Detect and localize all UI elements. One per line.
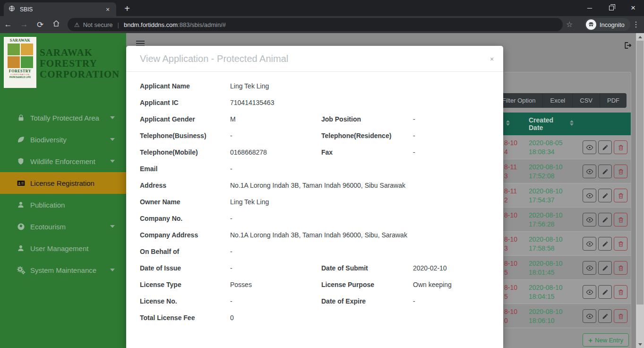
- new-entry-button[interactable]: + New Entry: [583, 333, 629, 347]
- csv-button[interactable]: CSV: [572, 93, 600, 108]
- bookmark-star-icon[interactable]: ☆: [566, 20, 573, 29]
- url-domain: bndm.fortiddns.com: [124, 21, 178, 28]
- sidebar-item-license-registration[interactable]: License Registration: [0, 172, 126, 194]
- field-row: Company No.-: [140, 210, 489, 226]
- view-application-modal: View Application - Protected Animal × Ap…: [126, 46, 503, 348]
- delete-button[interactable]: [614, 189, 627, 202]
- delete-button[interactable]: [614, 261, 627, 275]
- sidebar-nav: Totally Protected Area Biodiversity Wild…: [0, 107, 126, 281]
- id-card-icon: [16, 178, 26, 188]
- sidebar-item-wildlife-enforcement[interactable]: Wildlife Enforcement: [0, 150, 126, 172]
- delete-button[interactable]: [614, 285, 627, 299]
- close-button[interactable]: ×: [622, 0, 644, 16]
- tab-title: SBIS: [20, 6, 104, 13]
- logo-orangutan-tile: [8, 56, 20, 68]
- browser-toolbar: ← → ⟳ ⚠ Not secure | bndm.fortiddns.com:…: [0, 16, 644, 33]
- home-icon[interactable]: [48, 20, 64, 30]
- view-button[interactable]: [583, 261, 596, 275]
- sidebar: SARAWAK FORESTRY CORPORATION PARKS&WILD …: [0, 33, 126, 348]
- scroll-down-icon[interactable]: [636, 340, 644, 348]
- main-content: Filter Option Excel CSV PDF Created Date…: [126, 33, 636, 348]
- scrollbar-thumb[interactable]: [636, 41, 644, 304]
- view-button[interactable]: [583, 140, 596, 154]
- browser-window: SBIS × + ─ × ← → ⟳ ⚠ Not secure | bndm.f…: [0, 0, 644, 348]
- sfc-logo: SARAWAK FORESTRY CORPORATION PARKS&WILD …: [4, 37, 36, 88]
- logo-tree-tile: [21, 56, 33, 68]
- view-button[interactable]: [583, 213, 596, 226]
- globe-icon: [16, 222, 26, 231]
- sidebar-item-ecotourism[interactable]: Ecotourism: [0, 216, 126, 237]
- edit-button[interactable]: [598, 213, 612, 226]
- org-title: SARAWAK FORESTRY CORPORATION: [40, 47, 125, 80]
- delete-button[interactable]: [614, 213, 627, 226]
- field-row: Applicant IC710414135463: [140, 94, 489, 111]
- globe-favicon-icon: [9, 5, 15, 13]
- field-row: Applicant GenderMJob Position-: [140, 111, 489, 127]
- delete-button[interactable]: [614, 140, 627, 154]
- sidebar-item-publication[interactable]: Publication: [0, 194, 126, 216]
- reload-icon[interactable]: ⟳: [32, 20, 48, 30]
- logout-icon[interactable]: [623, 41, 632, 52]
- sort-icon[interactable]: [506, 120, 510, 126]
- delete-button[interactable]: [614, 165, 627, 178]
- view-button[interactable]: [583, 309, 596, 323]
- edit-button[interactable]: [598, 309, 612, 323]
- edit-button[interactable]: [598, 261, 612, 275]
- modal-close-icon[interactable]: ×: [487, 54, 497, 64]
- scroll-up-icon[interactable]: [636, 33, 644, 41]
- edit-button[interactable]: [598, 189, 612, 202]
- edit-button[interactable]: [598, 285, 612, 299]
- sidebar-item-totally-protected-area[interactable]: Totally Protected Area: [0, 107, 126, 129]
- edit-button[interactable]: [598, 140, 612, 154]
- field-row: License No.-Date of Expire-: [140, 293, 489, 309]
- user-icon: [16, 200, 26, 209]
- view-button[interactable]: [583, 189, 596, 202]
- minimize-button[interactable]: ─: [579, 0, 601, 16]
- modal-title: View Application - Protected Animal: [140, 53, 288, 64]
- warning-icon[interactable]: ⚠: [74, 21, 80, 28]
- sidebar-item-biodiversity[interactable]: Biodiversity: [0, 129, 126, 150]
- tab-close-icon[interactable]: ×: [104, 6, 112, 13]
- view-button[interactable]: [583, 285, 596, 299]
- field-row: Company AddressNo.1A Lorong Indah 3B, Ta…: [140, 226, 489, 243]
- pdf-button[interactable]: PDF: [600, 93, 627, 108]
- view-button[interactable]: [583, 165, 596, 178]
- field-row: Telephone(Mobile)0168668278Fax-: [140, 144, 489, 160]
- browser-tab[interactable]: SBIS ×: [4, 2, 116, 16]
- url-bar[interactable]: ⚠ Not secure | bndm.fortiddns.com:883/sb…: [68, 18, 563, 31]
- gears-icon: [16, 265, 26, 275]
- new-tab-button[interactable]: +: [121, 3, 133, 15]
- incognito-icon: [586, 19, 596, 30]
- delete-button[interactable]: [614, 309, 627, 323]
- forward-icon[interactable]: →: [16, 20, 32, 29]
- edit-button[interactable]: [598, 237, 612, 251]
- browser-menu-icon[interactable]: ⋮: [632, 20, 640, 29]
- field-row: Email-: [140, 160, 489, 177]
- chevron-down-icon: [110, 116, 115, 119]
- plus-icon: +: [588, 336, 592, 344]
- delete-button[interactable]: [614, 237, 627, 251]
- shield-icon: [16, 157, 26, 166]
- field-row: On Behalf of-: [140, 243, 489, 260]
- field-row: Owner NameLing Tek Ling: [140, 193, 489, 210]
- chevron-down-icon: [110, 225, 115, 228]
- user-icon: [16, 244, 26, 253]
- sidebar-item-user-management[interactable]: User Management: [0, 237, 126, 259]
- edit-button[interactable]: [598, 165, 612, 178]
- field-row: Telephone(Business)-Telephone(Residence)…: [140, 127, 489, 144]
- sidebar-item-system-maintenance[interactable]: System Maintenance: [0, 259, 126, 281]
- page-scrollbar[interactable]: [636, 33, 644, 348]
- chevron-down-icon: [110, 269, 115, 271]
- export-button-group: Filter Option Excel CSV PDF: [495, 93, 627, 108]
- not-secure-label: Not secure: [83, 21, 113, 28]
- sort-icon[interactable]: [570, 120, 574, 126]
- restore-button[interactable]: [601, 0, 622, 16]
- view-button[interactable]: [583, 237, 596, 251]
- field-row: Applicant NameLing Tek Ling: [140, 78, 489, 94]
- created-date-header[interactable]: Created Date: [529, 116, 566, 131]
- logo-hornbill-tile: [21, 44, 33, 55]
- back-icon[interactable]: ←: [0, 20, 16, 29]
- excel-button[interactable]: Excel: [542, 93, 572, 108]
- field-row: Total License Fee0: [140, 309, 489, 326]
- field-row: Date of Issue-Date of Submit2020-02-10: [140, 260, 489, 276]
